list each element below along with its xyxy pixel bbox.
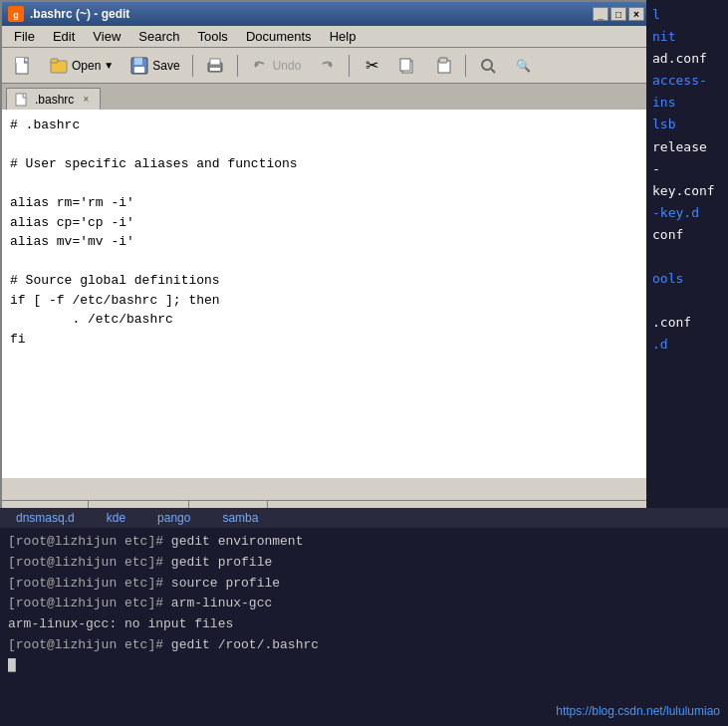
file-item[interactable]: access-ins: [652, 70, 722, 114]
app-icon: g: [8, 6, 24, 22]
file-item[interactable]: -key.conf: [652, 158, 722, 202]
tab-filename: .bashrc: [35, 93, 74, 107]
undo-button[interactable]: Undo: [243, 52, 309, 80]
code-line: fi: [10, 330, 642, 350]
svg-rect-3: [16, 58, 24, 63]
find-replace-icon: 🔍: [514, 56, 534, 76]
file-item[interactable]: .d: [652, 334, 722, 356]
terminal-tab-samba[interactable]: samba: [206, 509, 274, 527]
title-bar-left: g .bashrc (~) - gedit: [8, 6, 129, 22]
svg-text:g: g: [13, 10, 19, 20]
file-item: [652, 290, 722, 312]
print-icon: [205, 56, 225, 76]
code-line: alias rm='rm -i': [10, 193, 642, 213]
new-button[interactable]: [6, 52, 40, 80]
find-replace-button[interactable]: 🔍: [507, 52, 541, 80]
undo-icon: [250, 56, 270, 76]
print-button[interactable]: [198, 52, 232, 80]
title-controls: _ □ ×: [593, 7, 644, 21]
terminal-line: [root@lizhijun etc]# gedit environment: [8, 532, 720, 553]
file-item[interactable]: ad.conf: [652, 48, 722, 70]
terminal-tab-kde[interactable]: kde: [91, 509, 141, 527]
svg-point-18: [482, 60, 492, 70]
menu-file[interactable]: File: [6, 27, 43, 46]
close-button[interactable]: ×: [628, 7, 644, 21]
copy-icon: [397, 56, 417, 76]
open-icon: [49, 56, 69, 76]
save-label: Save: [152, 59, 179, 73]
svg-line-19: [491, 69, 495, 73]
svg-text:🔍: 🔍: [516, 58, 531, 73]
redo-button[interactable]: [310, 52, 344, 80]
minimize-button[interactable]: _: [593, 7, 608, 21]
url-bar: https://blog.csdn.net/lululumiao: [556, 704, 720, 718]
paste-icon: [433, 56, 453, 76]
new-icon: [13, 56, 33, 76]
svg-rect-5: [51, 59, 58, 63]
menu-edit[interactable]: Edit: [45, 27, 83, 46]
terminal-line: [root@lizhijun etc]# source profile: [8, 574, 720, 595]
code-line: # Source global definitions: [10, 271, 642, 291]
find-button[interactable]: [471, 52, 505, 80]
file-item[interactable]: conf: [652, 224, 722, 246]
svg-rect-8: [134, 67, 144, 73]
open-arrow[interactable]: ▼: [104, 60, 114, 71]
code-line: if [ -f /etc/bashrc ]; then: [10, 291, 642, 311]
maximize-button[interactable]: □: [610, 7, 626, 21]
terminal-line: arm-linux-gcc: no input files: [8, 614, 720, 635]
undo-label: Undo: [273, 59, 302, 73]
menu-tools[interactable]: Tools: [190, 27, 236, 46]
file-item[interactable]: l: [652, 4, 722, 26]
separator-4: [465, 55, 466, 77]
svg-rect-15: [400, 59, 410, 71]
terminal-cursor: █: [8, 656, 720, 677]
menu-help[interactable]: Help: [322, 27, 364, 46]
open-button[interactable]: Open ▼: [42, 52, 121, 80]
save-button[interactable]: Save: [122, 52, 186, 80]
code-line: alias mv='mv -i': [10, 232, 642, 252]
separator-2: [237, 55, 238, 77]
separator-1: [192, 55, 193, 77]
file-item[interactable]: lsb: [652, 114, 722, 135]
file-item[interactable]: -key.d: [652, 202, 722, 224]
svg-rect-17: [439, 58, 447, 63]
redo-icon: [317, 56, 337, 76]
code-line: # User specific aliases and functions: [10, 154, 642, 174]
svg-rect-10: [210, 59, 220, 65]
url-text: https://blog.csdn.net/lululumiao: [556, 704, 720, 718]
svg-rect-11: [210, 68, 220, 71]
cut-icon: ✂: [362, 56, 381, 76]
svg-rect-7: [134, 58, 142, 65]
terminal-area[interactable]: [root@lizhijun etc]# gedit environment […: [0, 528, 728, 726]
code-line: alias cp='cp -i': [10, 213, 642, 233]
file-item[interactable]: release: [652, 136, 722, 158]
paste-button[interactable]: [426, 52, 460, 80]
save-icon: [129, 56, 149, 76]
code-line: [10, 135, 642, 155]
menu-search[interactable]: Search: [130, 27, 187, 46]
menu-documents[interactable]: Documents: [238, 27, 320, 46]
file-item[interactable]: nit: [652, 26, 722, 48]
code-line: # .bashrc: [10, 116, 642, 135]
code-line: [10, 252, 642, 272]
code-line: . /etc/bashrc: [10, 310, 642, 330]
terminal-tabs: dnsmasq.d kde pango samba: [0, 508, 728, 528]
file-tab[interactable]: .bashrc ×: [6, 88, 101, 110]
separator-3: [349, 55, 350, 77]
terminal-tab-pango[interactable]: pango: [141, 509, 206, 527]
file-item[interactable]: ools: [652, 268, 722, 290]
file-item[interactable]: .conf: [652, 312, 722, 334]
menu-view[interactable]: View: [85, 27, 128, 46]
tab-bar: .bashrc ×: [2, 84, 650, 110]
terminal-tab-dnsmasq[interactable]: dnsmasq.d: [0, 509, 91, 527]
menu-bar: File Edit View Search Tools Documents He…: [2, 26, 650, 48]
file-item: [652, 246, 722, 268]
open-label: Open: [72, 59, 101, 73]
right-panel: l nit ad.conf access-ins lsb release -ke…: [646, 0, 728, 508]
terminal-line: [root@lizhijun etc]# arm-linux-gcc: [8, 594, 720, 614]
copy-button[interactable]: [390, 52, 424, 80]
tab-close-button[interactable]: ×: [80, 94, 92, 106]
gedit-window: g .bashrc (~) - gedit _ □ × File Edit Vi…: [0, 0, 652, 528]
cut-button[interactable]: ✂: [355, 52, 388, 80]
editor-area[interactable]: # .bashrc # User specific aliases and fu…: [2, 110, 650, 478]
